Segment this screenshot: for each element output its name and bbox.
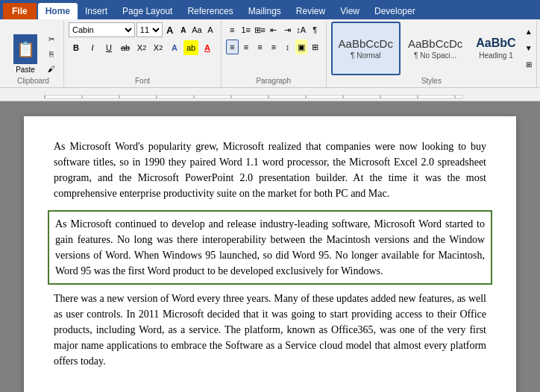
ribbon: 📋 Paste ✂ ⎘ 🖌 Clipboard Cabin 11 A A Aa … <box>0 19 540 88</box>
developer-tab[interactable]: Developer <box>367 3 423 19</box>
insert-tab[interactable]: Insert <box>78 3 115 19</box>
file-tab[interactable]: File <box>3 3 37 19</box>
paragraph-2-highlighted: As Microsoft continued to develop and re… <box>48 210 492 285</box>
strikethrough-button[interactable]: ab <box>118 40 133 55</box>
style-no-spacing-preview: AaBbCcDc <box>408 37 462 50</box>
paste-label: Paste <box>16 66 35 74</box>
home-tab[interactable]: Home <box>38 3 78 19</box>
view-tab[interactable]: View <box>333 3 367 19</box>
font-color-button[interactable]: A <box>200 40 215 55</box>
styles-scroll-up[interactable]: ▲ <box>524 24 534 40</box>
cut-button[interactable]: ✂ <box>43 33 60 46</box>
font-label: Font <box>64 77 221 85</box>
italic-button[interactable]: I <box>85 40 100 55</box>
font-row2: B I U ab X2 X2 A ab A <box>69 40 216 55</box>
underline-button[interactable]: U <box>101 40 116 55</box>
bold-button[interactable]: B <box>69 40 84 55</box>
text-effects-button[interactable]: A <box>167 40 182 55</box>
number-list-button[interactable]: 1≡ <box>240 22 253 37</box>
grow-font-button[interactable]: A <box>164 22 176 37</box>
styles-label: Styles <box>327 77 536 85</box>
paste-icon: 📋 <box>13 34 37 64</box>
style-no-spacing-box[interactable]: AaBbCcDc ¶ No Spaci... <box>402 22 468 75</box>
mailings-tab[interactable]: Mailings <box>241 3 289 19</box>
sort-button[interactable]: ↕A <box>295 22 308 37</box>
paragraph-1: As Microsoft Word's popularity grew, Mic… <box>54 139 486 201</box>
font-name-select[interactable]: Cabin <box>69 22 135 37</box>
align-left-button[interactable]: ≡ <box>226 39 239 54</box>
styles-scroll: ▲ ▼ ⊞ <box>522 24 536 73</box>
style-heading1-label: Heading 1 <box>479 51 513 60</box>
bullet-list-button[interactable]: ≡ <box>226 22 239 37</box>
svg-rect-1 <box>45 95 462 98</box>
clear-formatting-button[interactable]: A <box>204 22 216 37</box>
increase-indent-button[interactable]: ⇥ <box>281 22 294 37</box>
style-no-spacing-label: ¶ No Spaci... <box>414 51 456 60</box>
change-styles-button[interactable]: A ChangeStyles ▾ <box>536 27 540 70</box>
align-center-button[interactable]: ≡ <box>240 39 252 54</box>
review-tab[interactable]: Review <box>289 3 333 19</box>
show-hide-button[interactable]: ¶ <box>309 22 321 37</box>
style-heading1-preview: AaBbC <box>476 37 515 50</box>
clipboard-group: 📋 Paste ✂ ⎘ 🖌 Clipboard <box>3 21 64 87</box>
change-case-button[interactable]: Aa <box>191 22 203 37</box>
styles-scroll-down[interactable]: ▼ <box>524 40 534 57</box>
justify-button[interactable]: ≡ <box>268 39 280 54</box>
font-group: Cabin 11 A A Aa A B I U ab X2 X2 A ab A <box>64 21 222 87</box>
ruler-svg <box>7 89 500 100</box>
paragraph-label: Paragraph <box>222 77 326 85</box>
document-area: As Microsoft Word's popularity grew, Mic… <box>0 101 540 392</box>
styles-group: AaBbCcDc ¶ Normal AaBbCcDc ¶ No Spaci...… <box>327 21 537 87</box>
line-spacing-button[interactable]: ↕ <box>281 39 293 54</box>
document-page[interactable]: As Microsoft Word's popularity grew, Mic… <box>24 116 516 392</box>
highlight-button[interactable]: ab <box>183 40 198 55</box>
copy-button[interactable]: ⎘ <box>43 48 60 61</box>
font-size-select[interactable]: 11 <box>136 22 163 37</box>
font-row1: Cabin 11 A A Aa A <box>69 22 216 37</box>
superscript-button[interactable]: X2 <box>151 40 166 55</box>
format-painter-button[interactable]: 🖌 <box>43 63 60 76</box>
style-normal-box[interactable]: AaBbCcDc ¶ Normal <box>331 22 401 75</box>
align-right-button[interactable]: ≡ <box>254 39 266 54</box>
clipboard-label: Clipboard <box>3 77 63 85</box>
style-normal-preview: AaBbCcDc <box>339 37 393 50</box>
shading-button[interactable]: ▣ <box>295 39 307 54</box>
borders-button[interactable]: ⊞ <box>309 39 321 54</box>
paragraph-group: ≡ 1≡ ⊞≡ ⇤ ⇥ ↕A ¶ ≡ ≡ ≡ ≡ ↕ ▣ ⊞ Paragraph <box>222 21 327 87</box>
decrease-indent-button[interactable]: ⇤ <box>268 22 280 37</box>
multilevel-list-button[interactable]: ⊞≡ <box>254 22 266 37</box>
references-tab[interactable]: References <box>180 3 240 19</box>
page-layout-tab[interactable]: Page Layout <box>115 3 180 19</box>
style-heading1-box[interactable]: AaBbC Heading 1 <box>470 22 521 75</box>
shrink-font-button[interactable]: A <box>178 22 189 37</box>
style-normal-label: ¶ Normal <box>351 51 380 60</box>
ruler <box>0 88 540 101</box>
styles-expand[interactable]: ⊞ <box>524 57 534 73</box>
paragraph-3: There was a new version of Word every th… <box>54 291 486 369</box>
subscript-button[interactable]: X2 <box>134 40 149 55</box>
